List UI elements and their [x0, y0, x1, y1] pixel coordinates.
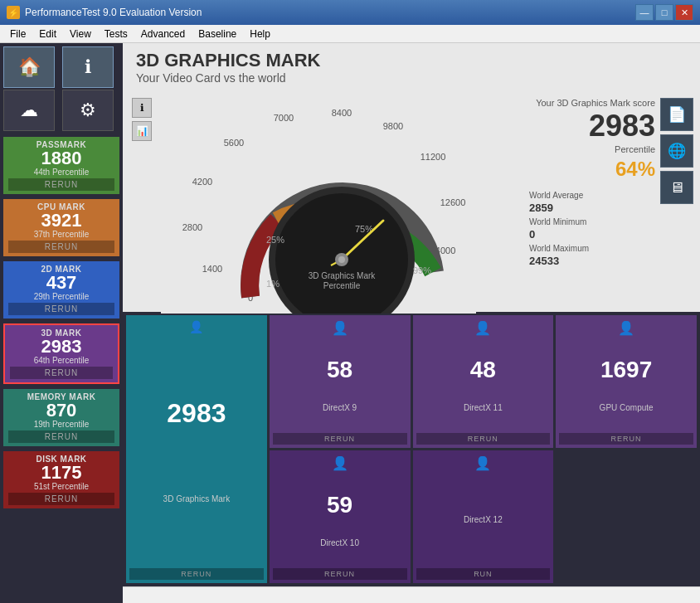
- info-button[interactable]: ℹ: [62, 46, 114, 88]
- gauge-info-icon[interactable]: ℹ: [132, 98, 152, 118]
- menu-bar: File Edit View Tests Advanced Baseline H…: [0, 25, 700, 43]
- main3d-label: 3D Graphics Mark: [163, 494, 231, 503]
- disk-rerun[interactable]: RERUN: [8, 493, 114, 505]
- menu-edit[interactable]: Edit: [32, 27, 63, 41]
- menu-file[interactable]: File: [3, 27, 32, 41]
- gpu-compute-tile[interactable]: 👤 1697 GPU Compute RERUN: [556, 315, 697, 448]
- directx10-rerun[interactable]: RERUN: [273, 568, 407, 580]
- svg-text:3D Graphics Mark: 3D Graphics Mark: [309, 271, 377, 280]
- cpu-percentile: 37th Percentile: [8, 230, 114, 239]
- svg-text:1400: 1400: [202, 264, 222, 274]
- close-button[interactable]: ✕: [675, 4, 693, 21]
- menu-tests[interactable]: Tests: [98, 27, 134, 41]
- directx9-rerun[interactable]: RERUN: [273, 433, 407, 445]
- disk-score: 1175: [8, 464, 114, 482]
- world-max-value: 24533: [529, 255, 559, 267]
- directx9-icon: 👤: [332, 320, 348, 336]
- directx11-score: 48: [470, 357, 496, 383]
- 3d-percentile: 64th Percentile: [10, 356, 113, 365]
- percentile-value: 64%: [529, 158, 655, 181]
- svg-text:7000: 7000: [274, 113, 294, 123]
- window-title: PerformanceTest 9.0 Evaluation Version: [25, 7, 635, 18]
- main3d-rerun[interactable]: RERUN: [129, 568, 264, 580]
- svg-text:2800: 2800: [182, 222, 202, 232]
- disk-tile[interactable]: DISK MARK 1175 51st Percentile RERUN: [3, 451, 119, 508]
- report-icon-button[interactable]: 📄: [660, 98, 693, 131]
- main-3d-tile[interactable]: 👤 2983 3D Graphics Mark RERUN: [126, 315, 267, 583]
- svg-text:9800: 9800: [383, 121, 403, 131]
- home-button[interactable]: 🏠: [3, 46, 55, 88]
- cpu-score: 3921: [8, 212, 114, 230]
- your-score-value: 2983: [529, 111, 655, 141]
- 2d-percentile: 29th Percentile: [8, 292, 114, 301]
- sidebar: 🏠 ℹ ☁ ⚙ PASSMARK 1880 44th Percentile RE…: [0, 43, 123, 603]
- menu-baseline[interactable]: Baseline: [192, 27, 243, 41]
- cpu-tile[interactable]: CPU MARK 3921 37th Percentile RERUN: [3, 199, 119, 256]
- globe-icon-button[interactable]: 🌐: [660, 134, 693, 168]
- passmark-score: 1880: [8, 149, 114, 168]
- gpu-label: GPU Compute: [600, 403, 654, 412]
- memory-rerun[interactable]: RERUN: [8, 430, 114, 443]
- gpu-score: 1697: [600, 357, 652, 383]
- bottom-tiles-grid: 👤 2983 3D Graphics Mark RERUN 👤 58 Direc…: [123, 312, 700, 586]
- directx9-tile[interactable]: 👤 58 DirectX 9 RERUN: [270, 315, 411, 448]
- memory-score: 870: [8, 401, 114, 420]
- directx9-score: 58: [327, 357, 352, 383]
- minimize-button[interactable]: —: [635, 4, 654, 21]
- memory-tile[interactable]: MEMORY MARK 870 19th Percentile RERUN: [3, 389, 119, 446]
- svg-text:25%: 25%: [266, 235, 284, 245]
- directx12-icon: 👤: [474, 455, 491, 471]
- directx9-label: DirectX 9: [323, 403, 357, 412]
- svg-text:1%: 1%: [266, 279, 280, 289]
- 2d-tile[interactable]: 2D MARK 437 29th Percentile RERUN: [3, 261, 119, 319]
- directx10-label: DirectX 10: [320, 538, 359, 547]
- directx11-label: DirectX 11: [464, 403, 503, 412]
- gauge-display: 0 1400 2800 4200 5600 7000 8400 9800 112…: [161, 98, 516, 305]
- world-min-label: World Minimum: [529, 217, 586, 226]
- score-stats-panel: Your 3D Graphics Mark score 2983 Percent…: [523, 98, 655, 269]
- hardware-icon-button[interactable]: 🖥: [660, 171, 693, 204]
- icon-button-grid: 🏠 ℹ ☁ ⚙: [0, 43, 123, 134]
- maximize-button[interactable]: □: [655, 4, 673, 21]
- 3d-rerun[interactable]: RERUN: [10, 367, 113, 379]
- your-score-label: Your 3D Graphics Mark score: [529, 98, 655, 108]
- title-bar: ⚡ PerformanceTest 9.0 Evaluation Version…: [0, 0, 700, 25]
- directx11-rerun[interactable]: RERUN: [416, 433, 551, 445]
- gpu-rerun[interactable]: RERUN: [559, 433, 693, 445]
- cpu-rerun[interactable]: RERUN: [8, 241, 114, 253]
- 2d-score: 437: [8, 274, 114, 292]
- passmark-rerun[interactable]: RERUN: [8, 178, 114, 191]
- gauge-chart-icon[interactable]: 📊: [132, 121, 152, 141]
- menu-help[interactable]: Help: [243, 27, 277, 41]
- status-bar: [123, 586, 700, 603]
- svg-text:Percentile: Percentile: [323, 281, 361, 290]
- world-avg-label: World Average: [529, 191, 583, 200]
- world-avg-value: 2859: [529, 202, 553, 214]
- directx12-tile[interactable]: 👤 DirectX 12 RUN: [413, 450, 554, 583]
- directx12-run[interactable]: RUN: [416, 568, 551, 580]
- gauge-svg: 0 1400 2800 4200 5600 7000 8400 9800 112…: [161, 98, 476, 314]
- passmark-tile[interactable]: PASSMARK 1880 44th Percentile RERUN: [3, 137, 119, 194]
- 3d-score: 2983: [10, 338, 113, 356]
- gauge-left-icons: ℹ 📊: [129, 98, 154, 305]
- percentile-label: Percentile: [529, 144, 655, 154]
- directx10-icon: 👤: [332, 455, 348, 471]
- 2d-rerun[interactable]: RERUN: [8, 303, 114, 315]
- cloud-button[interactable]: ☁: [3, 90, 55, 131]
- page-subtitle: Your Video Card vs the world: [136, 71, 687, 85]
- memory-percentile: 19th Percentile: [8, 420, 114, 429]
- svg-text:8400: 8400: [332, 108, 352, 118]
- svg-text:99%: 99%: [413, 265, 431, 275]
- directx11-tile[interactable]: 👤 48 DirectX 11 RERUN: [413, 315, 554, 448]
- 3d-tile[interactable]: 3D MARK 2983 64th Percentile RERUN: [3, 323, 119, 384]
- app-icon: ⚡: [7, 6, 20, 19]
- svg-text:12600: 12600: [440, 197, 466, 207]
- settings-button[interactable]: ⚙: [62, 90, 114, 131]
- svg-text:5600: 5600: [224, 138, 244, 148]
- window-controls: — □ ✕: [635, 4, 693, 21]
- main-content: 3D GRAPHICS MARK Your Video Card vs the …: [123, 43, 700, 603]
- menu-view[interactable]: View: [63, 27, 98, 41]
- menu-advanced[interactable]: Advanced: [134, 27, 192, 41]
- world-max-label: World Maximum: [529, 244, 589, 253]
- directx10-tile[interactable]: 👤 59 DirectX 10 RERUN: [270, 450, 411, 583]
